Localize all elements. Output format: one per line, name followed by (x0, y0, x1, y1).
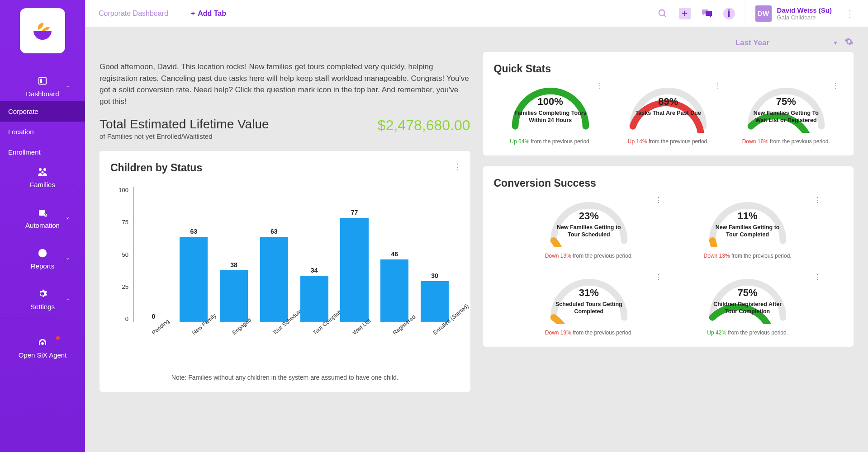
gauge-label: Families Completing Tours Within 24 Hour… (512, 109, 589, 124)
sidebar-item-automation[interactable]: Automation⌄ (0, 203, 85, 233)
topbar: Corporate Dashboard + Add Tab + i DW Dav… (85, 0, 868, 27)
svg-point-3 (43, 168, 46, 171)
sidebar-item-settings[interactable]: Settings⌄ (0, 284, 85, 314)
svg-point-2 (39, 168, 42, 171)
gauge-label: New Families Getting to Tour Scheduled (550, 224, 627, 239)
svg-point-4 (42, 171, 44, 174)
quick-stats-card: Quick Stats ⋮ 100% Families Completing T… (483, 52, 854, 155)
main-area: Corporate Dashboard + Add Tab + i DW Dav… (85, 0, 868, 452)
gauge-percent: 89% (612, 96, 725, 108)
bar-value: 34 (311, 267, 318, 274)
conversion-title: Conversion Success (494, 177, 843, 189)
chat-icon[interactable] (701, 7, 713, 20)
gauge-percent: 23% (512, 210, 666, 222)
bar-rect (300, 276, 328, 322)
conversion-card: Conversion Success ⋮ 23% New Families Ge… (483, 166, 854, 347)
bar-col: 34 Tour Completed (294, 187, 334, 322)
reports-icon (0, 248, 85, 260)
tab-corporate-dashboard[interactable]: Corporate Dashboard (85, 0, 182, 27)
gauge-delta: Up 14% from the previous period. (612, 138, 725, 145)
families-icon (0, 167, 85, 179)
bar-rect (380, 259, 408, 322)
chevron-down-icon: ⌄ (66, 296, 70, 301)
gauge-percent: 75% (730, 96, 843, 108)
svg-point-8 (659, 9, 664, 15)
search-icon[interactable] (656, 7, 669, 20)
bar-rect (220, 270, 248, 322)
sidebar-item-families[interactable]: Families (0, 162, 85, 192)
bar-value: 30 (431, 272, 438, 279)
bar-rect (340, 218, 368, 322)
dashboard-icon (0, 76, 85, 88)
gauge-label: Tasks That Are Past Due (630, 109, 707, 117)
gauge-label: Scheduled Tours Getting Completed (550, 301, 627, 315)
tlv-subtitle: of Families not yet Enrolled/Waitlisted (100, 132, 269, 140)
period-selector[interactable]: Last Year ▼ (735, 38, 838, 47)
chart-y-axis: 1007550250 (110, 187, 128, 322)
bar-value: 63 (190, 228, 197, 235)
chevron-down-icon: ⌄ (66, 83, 70, 89)
greeting-text: Good afternoon, David. This location roc… (100, 52, 470, 107)
add-tab-label: Add Tab (198, 9, 226, 18)
sidebar-item-open-six-agent[interactable]: Open SiX Agent (0, 333, 85, 363)
quick-stats-title: Quick Stats (494, 63, 843, 75)
chart-title: Children by Status (110, 162, 460, 174)
svg-rect-1 (40, 79, 43, 83)
alert-dot-icon (56, 336, 60, 340)
gauge-delta: Up 42% from the previous period. (670, 330, 825, 336)
bar-rect (260, 237, 288, 322)
app-logo[interactable] (20, 8, 65, 53)
sidebar-sub-corporate[interactable]: Corporate (0, 101, 85, 122)
bar-col: 0 Pending (133, 187, 174, 322)
svg-line-9 (664, 14, 666, 17)
gauge-percent: 75% (670, 287, 825, 299)
agent-icon (0, 337, 85, 349)
add-icon[interactable]: + (679, 8, 691, 19)
bar-col: 30 Enrolled (Started) (415, 187, 455, 322)
gauge-delta: Down 16% from the previous period. (730, 138, 843, 145)
bar-col: 46 Registered (375, 187, 415, 322)
bar-value: 0 (152, 313, 156, 320)
plus-icon: + (191, 9, 195, 18)
gauge-item: ⋮ 89% Tasks That Are Past Due Up 14% fro… (612, 83, 725, 145)
gauge-percent: 31% (512, 287, 666, 299)
gauge-percent: 11% (670, 210, 825, 222)
sidebar: Dashboard⌄CorporateLocationEnrollmentFam… (0, 0, 85, 452)
sidebar-sub-location[interactable]: Location (0, 122, 85, 142)
bar-col: 63 New Family (174, 187, 214, 322)
gauge-item: ⋮ 23% New Families Getting to Tour Sched… (512, 198, 666, 259)
bar-col: 38 Engaged (214, 187, 254, 322)
gauge-delta: Down 13% from the previous period. (670, 253, 825, 259)
user-org: Gaia Childcare (777, 14, 832, 21)
card-menu-icon[interactable]: ⋮ (453, 162, 461, 172)
gauge-label: New Families Getting To Wait List or Reg… (748, 109, 825, 124)
sidebar-item-reports[interactable]: Reports⌄ (0, 244, 85, 273)
gauge-delta: Down 13% from the previous period. (512, 253, 666, 259)
gauge-delta: Up 64% from the previous period. (494, 138, 607, 145)
bar-rect (180, 237, 208, 322)
gauge-delta: Down 19% from the previous period. (512, 330, 666, 336)
sidebar-item-dashboard[interactable]: Dashboard⌄ (0, 71, 85, 101)
sidebar-sub-enrollment[interactable]: Enrollment (0, 142, 85, 162)
gauge-item: ⋮ 75% New Families Getting To Wait List … (730, 83, 843, 145)
gear-icon[interactable] (844, 37, 854, 48)
gauge-item: ⋮ 100% Families Completing Tours Within … (494, 83, 607, 145)
user-avatar: DW (755, 5, 772, 22)
tlv-title: Total Estimated Lifetime Value (100, 117, 269, 132)
help-icon[interactable]: i (723, 8, 735, 19)
user-menu-icon[interactable]: ⋮ (845, 8, 854, 19)
automation-icon (0, 207, 85, 220)
bar-value: 46 (391, 250, 398, 258)
svg-rect-0 (39, 78, 47, 85)
gauge-item: ⋮ 31% Scheduled Tours Getting Completed … (512, 274, 666, 336)
tlv-value: $2,478,680.00 (378, 117, 470, 134)
add-tab-button[interactable]: + Add Tab (182, 9, 235, 18)
bar-value: 63 (270, 228, 278, 235)
user-section[interactable]: DW David Weiss (Su) Gaia Childcare ⋮ (745, 0, 854, 27)
bar-col: 77 Wait List (334, 187, 375, 322)
bar-label: Pending (151, 318, 171, 336)
chart-note: Note: Families without any children in t… (110, 374, 460, 381)
svg-point-7 (41, 342, 44, 345)
period-label: Last Year (735, 38, 769, 47)
bar-col: 63 Tour Scheduled (254, 187, 294, 322)
